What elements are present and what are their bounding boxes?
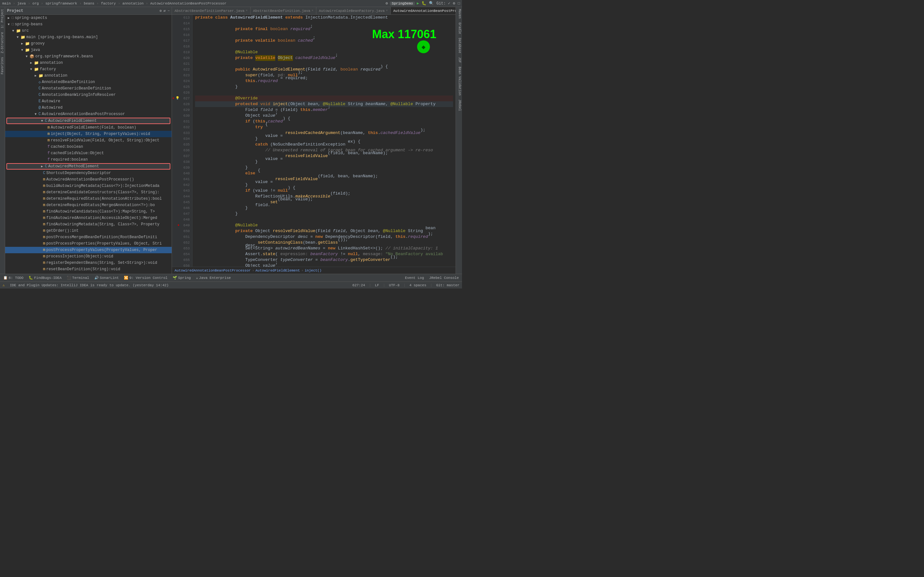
right-tab-maven[interactable]: Maven [456,7,462,21]
expand-arrow[interactable]: ▶ [21,42,24,45]
expand-arrow[interactable]: ▶ [41,164,44,168]
sidebar-tab-structure[interactable]: Z-Structure [0,30,5,55]
tab-AbstractBeanDefinitionParser[interactable]: AbstractBeanDefinitionParser.java × [172,7,250,15]
tab-AutowireCapableBeanFactory[interactable]: AutowireCapableBeanFactory.java × [317,7,391,15]
tree-item-constructor2[interactable]: m AutowiredAnnotationBeanPostProcessor() [5,176,172,183]
tree-item-java[interactable]: ▼ 📁 java [5,47,172,53]
tab-AutowiredAnnotationBeanPostProcessor[interactable]: AutowiredAnnotationBeanPostProcessor.jav… [391,7,456,15]
bc-class[interactable]: AutowiredAnnotationBeanPostProcessor [149,2,228,5]
tree-item-cached[interactable]: f cached:boolean [5,143,172,150]
bc-springframework[interactable]: springframework [44,2,78,5]
tree-item-AutowiredAnnotationBeanPostProcessor[interactable]: ▼ C AutowiredAnnotationBeanPostProcessor [5,111,172,117]
git-icon[interactable]: Git: ✓ [436,1,451,6]
run-config[interactable]: SpringDemo [390,2,415,5]
bc-org[interactable]: org [31,2,40,5]
project-collapse-icon[interactable]: − [168,9,170,13]
tree-item-findAutowireCandidates[interactable]: m findAutowireCandidates(Class<T>):Map<S… [5,208,172,215]
project-sync-icon[interactable]: ⇄ [164,9,166,13]
bottom-tab-findbugs[interactable]: 🐛 FindBugs-IDEA [27,274,63,282]
tree-item-AnnotatedBeanDefinition[interactable]: ◇ AnnotatedBeanDefinition [5,79,172,85]
right-tab-jsf[interactable]: JSF [456,55,462,65]
encoding[interactable]: UTF-8 [389,284,399,287]
bottom-tab-vcs[interactable]: 🔀 9: Version Control [122,274,170,282]
line-ending[interactable]: LF [375,284,379,287]
tree-item-AutowiredFieldElement[interactable]: ▼ C AutowiredFieldElement [6,118,170,124]
tree-item-spring-aspects[interactable]: ▶ □ spring-aspects [5,15,172,21]
tree-item-src[interactable]: ▼ 📁 src [5,27,172,34]
tree-item-determineRequiredStatus2[interactable]: m determineRequiredStatus(MergedAnnotati… [5,202,172,208]
indent-setting[interactable]: 4 spaces [409,284,426,287]
tree-item-ShortcutDependencyDescriptor[interactable]: C ShortcutDependencyDescriptor [5,170,172,176]
project-gear-icon[interactable]: ⚙ [160,9,162,13]
tab-AbstractBeanDefinition[interactable]: AbstractBeanDefinition.java × [250,7,317,15]
bc-method[interactable]: inject() [304,269,321,272]
run-icon[interactable]: ▶ [416,1,420,6]
bc-java[interactable]: java [16,2,27,5]
tree-item-findAutowiringMetadata[interactable]: m findAutowiringMetadata(String, Class<?… [5,221,172,227]
bc-class[interactable]: AutowiredAnnotationBeanPostProcessor [174,269,251,272]
tree-item-registerDependentBeans[interactable]: m registerDependentBeans(String, Set<Str… [5,259,172,266]
bc-factory[interactable]: factory [100,2,117,5]
tree-item-processInjection[interactable]: m processInjection(Object):void [5,253,172,259]
expand-arrow[interactable]: ▼ [21,48,24,52]
update-text[interactable]: IDE and Plugin Updates: IntelliJ IDEA is… [10,284,169,287]
tab-close-icon[interactable]: × [312,9,313,13]
bottom-tab-sonarlint[interactable]: 🔊 SonarLint [92,274,121,282]
bottom-tab-jrebel-console[interactable]: JRebel Console [427,274,461,282]
tree-item-Autowired[interactable]: @ Autowired [5,105,172,111]
settings-icon[interactable]: ⚙ [452,1,456,6]
bc-beans[interactable]: beans [83,2,95,5]
code-editor[interactable]: Max 117061 ◆ 613 614 615 616 617 618 619… [172,15,456,267]
right-tab-jrebel[interactable]: JRebel [456,97,462,113]
cursor-position[interactable]: 627:24 [352,284,365,287]
tab-close-icon[interactable]: × [246,9,248,13]
tree-item-Autowire[interactable]: E Autowire [5,98,172,105]
tree-item-postProcessProperties[interactable]: m postProcessProperties(PropertyValues, … [5,240,172,247]
tree-item-annotation-folder[interactable]: ▶ 📁 annotation [5,60,172,66]
expand-arrow[interactable]: ▼ [41,119,44,123]
expand-arrow[interactable]: ▼ [12,29,15,33]
bc-inner-class[interactable]: AutowiredFieldElement [255,269,300,272]
right-tab-database[interactable]: Database [456,36,462,55]
expand-arrow[interactable]: ▼ [17,35,20,39]
tab-close-icon[interactable]: × [386,9,388,13]
tree-item-cachedFieldValue[interactable]: f cachedFieldValue:Object [5,150,172,156]
sidebar-tab-project[interactable]: 1: Project [0,7,5,30]
right-tab-gradle[interactable]: Gradle [456,21,462,36]
tree-item-groovy[interactable]: ▶ 📁 groovy [5,40,172,47]
tree-item-resetBeanDefinition[interactable]: m resetBeanDefinition(String):void [5,266,172,272]
tree-item-determineCandidateConstructors[interactable]: m determineCandidateConstructors(Class<?… [5,189,172,195]
navigate-icon[interactable]: ⚙ [385,1,389,6]
bc-annotation[interactable]: annotation [121,2,145,5]
search-icon[interactable]: 🔍 [428,1,435,6]
maximize-icon[interactable]: □ [457,1,461,6]
expand-arrow[interactable]: ▶ [35,74,38,77]
tree-item-AnnotationBeanWiringInfoResolver[interactable]: C AnnotationBeanWiringInfoResolver [5,92,172,98]
tree-item-main[interactable]: ▼ 📁 main [spring.spring-beans.main] [5,34,172,40]
tree-item-required[interactable]: f required:boolean [5,156,172,163]
sidebar-tab-favorites[interactable]: Favorites [0,55,5,76]
tree-item-AnnotatedGenericBeanDefinition[interactable]: C AnnotatedGenericBeanDefinition [5,85,172,92]
tree-item-inject[interactable]: m inject(Object, String, PropertyValues)… [5,131,172,137]
bottom-tab-terminal[interactable]: ⬛ Terminal [65,274,91,282]
tree-item-postProcessPropertyValues[interactable]: m postProcessPropertyValues(PropertyValu… [5,247,172,253]
tree-item-findAutowiredAnnotation[interactable]: m findAutowiredAnnotation(AccessibleObje… [5,215,172,221]
tree-item-postProcessMergedBeanDefinition[interactable]: m postProcessMergedBeanDefinition(RootBe… [5,234,172,240]
right-tab-bean-validation[interactable]: Bean Validation [456,65,462,97]
git-status[interactable]: Git: master [436,284,459,287]
debug-icon[interactable]: 🐛 [421,1,427,6]
expand-arrow[interactable]: ▼ [30,68,33,71]
tree-item-annotation-sub[interactable]: ▶ 📁 annotation [5,73,172,79]
bottom-tab-todo[interactable]: 📋 6: TODO [1,274,25,282]
tree-item-AutowiredMethodElement[interactable]: ▶ C AutowiredMethodElement [6,163,170,169]
tree-item-constructor1[interactable]: m AutowiredFieldElement(Field, boolean) [5,124,172,131]
expand-arrow[interactable]: ▶ [30,61,33,65]
bottom-tab-eventlog[interactable]: Event Log [403,274,426,282]
tree-item-resolveFieldValue[interactable]: m resolveFieldValue(Field, Object, Strin… [5,137,172,143]
expand-arrow[interactable]: ▼ [35,113,38,116]
tree-item-factory-folder[interactable]: ▼ 📁 factory [5,66,172,73]
tree-item-buildAutowiringMetadata[interactable]: m buildAutowiringMetadata(Class<?>):Inje… [5,183,172,189]
tree-item-spring-beans[interactable]: ▼ □ spring-beans [5,21,172,27]
tree-item-package[interactable]: ▼ 📦 org.springframework.beans [5,53,172,60]
expand-arrow[interactable]: ▼ [26,55,29,58]
